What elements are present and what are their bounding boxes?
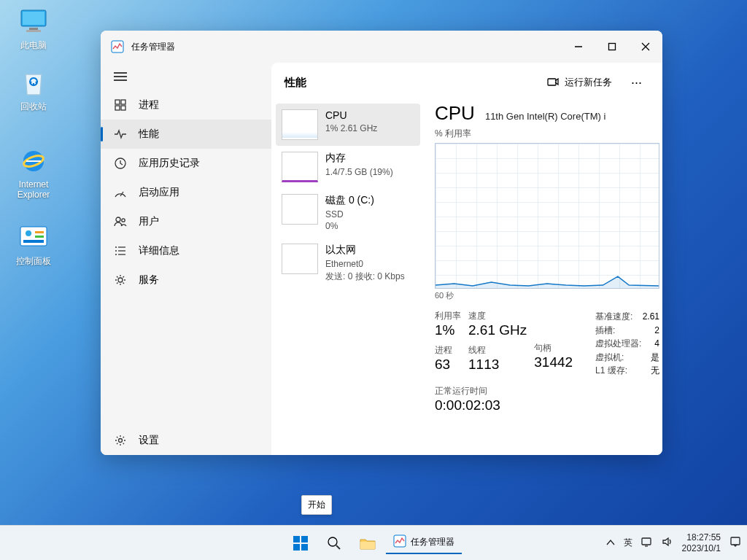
svg-rect-10	[23, 240, 44, 243]
recycle-bin-icon	[18, 67, 49, 98]
run-new-task-button[interactable]: 运行新任务	[541, 73, 618, 92]
desktop-icon-this-pc[interactable]: 此电脑	[6, 6, 61, 52]
handles-value: 31442	[534, 354, 573, 370]
network-icon[interactable]	[641, 537, 653, 549]
kv-label: 基准速度:	[595, 310, 632, 324]
start-tooltip: 开始	[301, 495, 332, 515]
stat-label: 线程	[468, 344, 527, 357]
svg-point-34	[119, 439, 123, 443]
svg-rect-44	[642, 538, 651, 545]
task-manager-icon	[393, 534, 406, 550]
task-manager-window: 任务管理器 进程 性能 应用历史记录 启动应用	[101, 31, 662, 455]
desktop-icon-label: 控制面板	[6, 255, 61, 268]
start-button[interactable]	[285, 528, 316, 559]
svg-point-26	[122, 219, 125, 222]
cpu-thumbnail	[282, 109, 318, 140]
nav-details[interactable]: 详细信息	[101, 236, 271, 265]
uptime-value: 0:00:02:03	[435, 397, 659, 413]
svg-rect-39	[301, 544, 308, 551]
base-speed-value: 2.61	[643, 310, 659, 324]
svg-point-7	[26, 230, 31, 236]
nav-processes[interactable]: 进程	[101, 90, 271, 120]
nav-startup[interactable]: 启动应用	[101, 178, 271, 207]
taskbar: 任务管理器 英 18:27:55 2023/10/1	[0, 525, 747, 560]
ime-indicator[interactable]: 英	[624, 537, 632, 549]
kv-label: 虚拟处理器:	[595, 337, 641, 351]
category-title: 内存	[325, 152, 393, 165]
processes-value: 63	[435, 357, 461, 373]
volume-icon[interactable]	[662, 537, 673, 549]
svg-rect-22	[121, 106, 125, 110]
category-memory[interactable]: 内存 1.4/7.5 GB (19%)	[276, 146, 420, 188]
taskbar-clock[interactable]: 18:27:55 2023/10/1	[682, 532, 721, 554]
settings-icon	[114, 434, 127, 447]
nav-users[interactable]: 用户	[101, 207, 271, 236]
titlebar[interactable]: 任务管理器	[101, 31, 662, 63]
notifications-icon[interactable]	[729, 536, 741, 550]
utilization-label: % 利用率	[435, 128, 659, 140]
nav-app-history[interactable]: 应用历史记录	[101, 149, 271, 178]
stat-label: 利用率	[435, 310, 461, 322]
category-disk[interactable]: 磁盘 0 (C:) SSD 0%	[276, 188, 420, 238]
svg-rect-42	[360, 542, 375, 549]
stat-label: 速度	[468, 310, 527, 322]
virtualization-value: 是	[651, 351, 659, 365]
tray-chevron-icon[interactable]	[606, 538, 615, 548]
nav-label: 用户	[139, 215, 159, 228]
category-cpu[interactable]: CPU 1% 2.61 GHz	[276, 104, 420, 146]
svg-rect-20	[121, 100, 125, 104]
history-icon	[114, 157, 127, 170]
nav-performance[interactable]: 性能	[101, 120, 271, 149]
desktop-icon-label: 此电脑	[6, 39, 61, 52]
nav-label: 服务	[139, 273, 159, 287]
logical-processors-value: 4	[654, 337, 659, 351]
main-panel: 性能 运行新任务 ··· CPU 1% 2.61 GHz	[271, 63, 662, 455]
category-subtitle2: 0%	[325, 220, 374, 232]
speed-value: 2.61 GHz	[468, 322, 527, 338]
performance-category-list: CPU 1% 2.61 GHz 内存 1.4/7.5 GB (19%)	[271, 102, 425, 455]
disk-thumbnail	[282, 194, 318, 225]
maximize-button[interactable]	[595, 35, 629, 58]
search-button[interactable]	[319, 528, 349, 559]
minimize-button[interactable]	[562, 35, 595, 58]
run-task-label: 运行新任务	[565, 76, 612, 89]
speedometer-icon	[114, 186, 127, 199]
taskbar-app-label: 任务管理器	[411, 536, 454, 548]
gear-icon	[114, 273, 127, 287]
desktop-icon-control-panel[interactable]: 控制面板	[6, 222, 61, 268]
nav-label: 应用历史记录	[139, 157, 200, 170]
category-ethernet[interactable]: 以太网 Ethernet0 发送: 0 接收: 0 Kbps	[276, 238, 420, 287]
sockets-value: 2	[654, 324, 659, 338]
file-explorer-button[interactable]	[352, 528, 383, 559]
taskbar-app-task-manager[interactable]: 任务管理器	[386, 532, 462, 554]
pulse-icon	[114, 128, 127, 141]
desktop-icon-ie[interactable]: Internet Explorer	[6, 146, 61, 200]
nav-label: 启动应用	[139, 186, 179, 199]
cpu-utilization-chart	[435, 143, 659, 289]
taskbar-date: 2023/10/1	[682, 543, 721, 554]
memory-thumbnail	[282, 152, 318, 182]
sidebar: 进程 性能 应用历史记录 启动应用 用户 详细信息	[101, 63, 271, 455]
kv-label: 插槽:	[595, 324, 615, 338]
svg-rect-35	[548, 79, 556, 85]
hamburger-button[interactable]	[101, 66, 271, 90]
kv-label: L1 缓存:	[595, 364, 627, 378]
svg-line-41	[336, 545, 340, 549]
nav-settings[interactable]: 设置	[101, 426, 271, 455]
close-button[interactable]	[629, 35, 662, 58]
desktop-icon-label: Internet Explorer	[6, 179, 61, 200]
desktop-icon-recycle-bin[interactable]: 回收站	[6, 67, 61, 113]
page-title: 性能	[285, 76, 306, 90]
svg-rect-3	[26, 30, 41, 32]
kv-label: 虚拟机:	[595, 351, 624, 365]
category-subtitle: 1.4/7.5 GB (19%)	[325, 166, 393, 178]
more-options-button[interactable]: ···	[624, 72, 649, 93]
nav-label: 详细信息	[139, 244, 179, 257]
nav-services[interactable]: 服务	[101, 265, 271, 295]
users-icon	[114, 215, 127, 228]
utilization-value: 1%	[435, 322, 461, 338]
detail-title: CPU	[435, 102, 475, 125]
category-subtitle: Ethernet0	[325, 258, 405, 270]
taskbar-time: 18:27:55	[682, 532, 721, 543]
stat-label: 进程	[435, 344, 461, 357]
